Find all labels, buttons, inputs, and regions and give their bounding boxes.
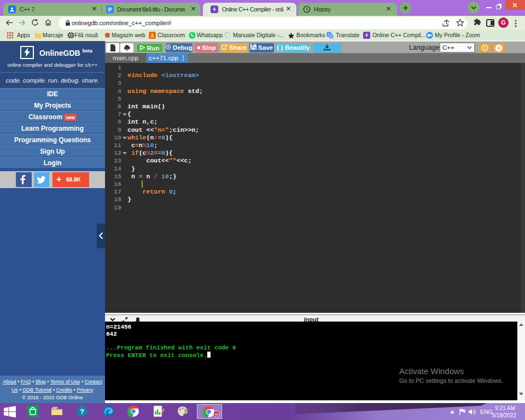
svg-text:文: 文 [330, 35, 333, 38]
svg-text:?: ? [80, 407, 84, 416]
